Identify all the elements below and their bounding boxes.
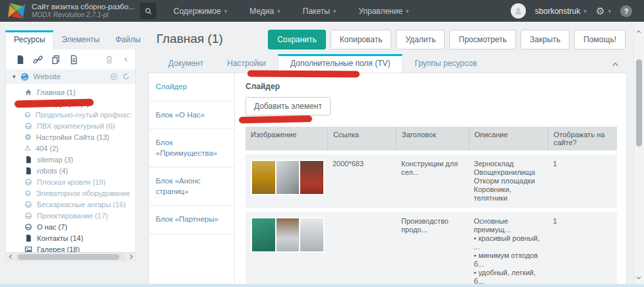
tree-item-robots[interactable]: robots (4) xyxy=(6,165,135,176)
weblink-icon xyxy=(24,223,32,231)
cell-description: Основные преимущ... • красивый ровный, .… xyxy=(468,212,548,284)
tab-document[interactable]: Документ xyxy=(156,55,215,73)
tree-item-404[interactable]: ⚠404 (2) xyxy=(6,143,135,154)
home-icon xyxy=(24,88,32,96)
menu-media[interactable]: Медиа▾ xyxy=(249,7,280,16)
site-identity: Сайт визитка сборно-разбо... MODX Revolu… xyxy=(32,3,131,19)
tree-item-hangars[interactable]: Бескаркасные ангары (16) xyxy=(6,199,135,210)
modx-logo-icon[interactable] xyxy=(8,3,25,19)
tab-resources[interactable]: Ресурсы xyxy=(5,30,53,49)
document-tabs: Документ Настройки Дополнительные поля (… xyxy=(156,55,604,73)
help-button-main[interactable]: Помощь! xyxy=(574,30,626,49)
col-title[interactable]: Заголовок xyxy=(396,127,468,150)
menu-packages[interactable]: Пакеты▾ xyxy=(303,7,337,16)
add-resource-icon[interactable] xyxy=(110,73,118,80)
tree-item-site-settings[interactable]: ⚙Настройки Сайта (13) xyxy=(6,131,135,143)
save-button[interactable]: Сохранить xyxy=(268,30,326,49)
modx-manager-window: Сайт визитка сборно-разбо... MODX Revolu… xyxy=(0,0,644,287)
page-title: Главная (1) xyxy=(156,32,223,46)
collapse-panel-icon[interactable] xyxy=(122,55,130,63)
tree-toolbar xyxy=(6,49,135,69)
tree-item-design[interactable]: Проектирование (17) xyxy=(6,210,135,221)
tab-template-variables[interactable]: Дополнительные поля (TV) xyxy=(278,54,402,73)
scroll-left-icon[interactable] xyxy=(6,253,15,261)
document-icon xyxy=(24,234,32,242)
tree-item-sitemap[interactable]: sitemap (3) xyxy=(6,154,135,165)
chevron-down-icon: ▾ xyxy=(224,8,228,15)
chevron-down-icon: ▾ xyxy=(608,8,611,15)
add-item-button[interactable]: Добавить элемент xyxy=(245,97,331,115)
scroll-right-icon[interactable] xyxy=(127,253,135,261)
scrollbar-track[interactable] xyxy=(15,254,126,260)
site-title: Сайт визитка сборно-разбо... xyxy=(32,3,131,11)
tree-item-about[interactable]: О нас (7) xyxy=(6,221,135,232)
cell-display: 1 xyxy=(548,212,617,284)
tree-item-pvc[interactable]: ПВХ архитектурный (6) xyxy=(6,120,135,131)
tab-files[interactable]: Файлы xyxy=(108,30,148,49)
weblink-icon xyxy=(24,100,32,108)
chevron-down-icon: ▾ xyxy=(277,8,280,15)
subtab-partners-block[interactable]: Блок «Партнеры» xyxy=(149,206,234,234)
user-menu[interactable]: sborkonstruk▾ xyxy=(535,7,587,16)
subtab-slider[interactable]: Слайдер xyxy=(149,73,234,102)
refresh-icon[interactable] xyxy=(122,73,130,80)
topbar: Сайт визитка сборно-разбо... MODX Revolu… xyxy=(0,0,644,22)
tree-item-contacts[interactable]: Контакты (14) xyxy=(6,232,135,243)
expand-caret-icon[interactable]: ▾ xyxy=(13,73,16,80)
static-resource-icon[interactable] xyxy=(69,55,79,65)
tree-root-label: Website xyxy=(34,73,106,80)
main-vertical-scrollbar[interactable] xyxy=(633,25,644,284)
weblink-icon[interactable] xyxy=(33,55,43,65)
top-menu: Содержимое▾ Медиа▾ Пакеты▾ Управление▾ xyxy=(174,7,409,16)
col-description[interactable]: Описание xyxy=(468,127,548,150)
tree-item-home[interactable]: Главная (1) xyxy=(6,86,135,98)
cell-link xyxy=(327,212,396,284)
cell-link: 2000*683 xyxy=(327,154,396,208)
tree-item-elevator[interactable]: Элеваторное оборудование (15) xyxy=(6,187,135,199)
scrollbar-thumb[interactable] xyxy=(18,254,119,260)
new-document-icon[interactable] xyxy=(15,55,25,65)
table-header: Изображение Ссылка Заголовок Описание От… xyxy=(245,127,617,150)
table-row[interactable]: 2000*683 Конструкции для сел... Зерноскл… xyxy=(245,154,617,208)
avatar[interactable] xyxy=(511,3,526,18)
menu-content[interactable]: Содержимое▾ xyxy=(174,7,227,16)
scrollbar-thumb[interactable] xyxy=(636,59,642,146)
document-icon xyxy=(24,167,32,175)
subtab-about-block[interactable]: Блок «О Нас» xyxy=(149,102,234,130)
search-button[interactable] xyxy=(140,3,156,19)
help-button[interactable]: ? xyxy=(620,5,632,17)
section-title: Слайдер xyxy=(245,82,617,91)
col-display[interactable]: Отображать на сайте? xyxy=(548,127,617,150)
table-row[interactable]: Производство продо... Основные преимущ..… xyxy=(245,212,617,284)
duplicate-button[interactable]: Копировать xyxy=(331,30,392,49)
window-bottom-edge xyxy=(0,284,644,287)
search-icon xyxy=(145,7,152,15)
subtab-announce-block[interactable]: Блок «Анонс страниц» xyxy=(149,168,234,206)
menu-management[interactable]: Управление▾ xyxy=(358,7,408,16)
collapse-section-icon[interactable] xyxy=(610,59,620,69)
delete-button[interactable]: Удалить xyxy=(396,30,445,49)
tab-resource-groups[interactable]: Группы ресурсов xyxy=(402,55,488,73)
duplicate-icon[interactable] xyxy=(51,55,61,65)
weblink-icon xyxy=(24,111,31,119)
settings-menu[interactable]: ⚙▾ xyxy=(596,5,611,17)
scroll-down-icon[interactable] xyxy=(635,274,643,282)
col-image[interactable]: Изображение xyxy=(245,127,327,150)
tv-panel: Слайдер Блок «О Нас» Блок «Преимущества»… xyxy=(148,73,627,284)
tree-horizontal-scrollbar[interactable] xyxy=(6,252,135,261)
col-link[interactable]: Ссылка xyxy=(327,127,396,150)
username: sborkonstruk xyxy=(535,7,581,16)
preview-button[interactable]: Просмотреть xyxy=(449,30,516,49)
tree-item-flat-roof[interactable]: Плоская кровля (19) xyxy=(6,176,135,187)
topbar-right: sborkonstruk▾ ⚙▾ ? xyxy=(511,3,644,18)
scroll-up-icon[interactable] xyxy=(635,28,643,36)
close-button[interactable]: Закрыть xyxy=(521,30,569,49)
subtab-advantages-block[interactable]: Блок «Преимущества» xyxy=(149,129,234,168)
tree-root-website[interactable]: ▾ Website xyxy=(6,69,135,84)
tree-item-profnastil[interactable]: Продольно-гнутый профнастил (6) xyxy=(6,109,135,120)
tab-settings[interactable]: Настройки xyxy=(215,55,278,73)
tree-item-constructions[interactable]: конструкции (8) xyxy=(6,98,135,109)
tab-elements[interactable]: Элементы xyxy=(53,30,108,49)
weblink-icon xyxy=(24,212,32,220)
trash-icon[interactable] xyxy=(104,55,114,65)
